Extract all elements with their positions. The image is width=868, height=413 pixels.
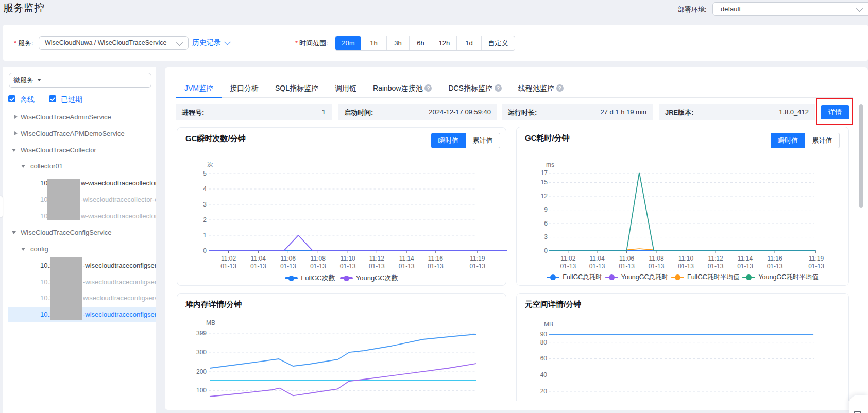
svg-text:6: 6 [544,220,548,227]
svg-text:01-13: 01-13 [220,263,236,270]
svg-text:11:02: 11:02 [221,255,236,262]
svg-text:4: 4 [203,185,207,193]
svg-text:01-13: 01-13 [737,263,753,270]
svg-text:11:16: 11:16 [767,255,782,262]
svg-text:90: 90 [540,331,548,338]
svg-text:11:12: 11:12 [369,255,384,262]
svg-text:300: 300 [196,349,207,356]
svg-text:5: 5 [203,170,207,177]
svg-text:100: 100 [196,387,207,394]
svg-text:11:10: 11:10 [341,255,355,262]
svg-text:11:16: 11:16 [428,255,443,262]
svg-text:MB: MB [544,321,553,328]
svg-text:ms: ms [546,161,554,168]
svg-text:11:06: 11:06 [619,255,634,262]
svg-text:11:02: 11:02 [560,255,575,262]
svg-text:11:10: 11:10 [678,255,693,262]
svg-text:01-13: 01-13 [399,263,415,270]
svg-text:11:06: 11:06 [281,255,296,262]
svg-text:2: 2 [203,216,207,223]
svg-text:01-13: 01-13 [280,263,296,270]
svg-text:01-13: 01-13 [708,263,724,270]
svg-text:40: 40 [540,371,548,378]
svg-text:01-13: 01-13 [369,263,385,270]
svg-text:11:04: 11:04 [589,255,604,262]
svg-text:01-13: 01-13 [428,263,444,270]
svg-text:9: 9 [544,206,548,213]
svg-text:MB: MB [206,319,215,326]
svg-text:11:14: 11:14 [399,255,414,262]
svg-text:60: 60 [540,355,548,362]
svg-text:01-13: 01-13 [678,263,694,270]
svg-text:01-13: 01-13 [619,263,635,270]
svg-text:11:19: 11:19 [470,255,485,262]
svg-text:01-13: 01-13 [808,263,824,270]
svg-text:399: 399 [196,330,207,337]
svg-text:01-13: 01-13 [310,263,326,270]
svg-text:11:14: 11:14 [738,255,753,262]
svg-text:01-13: 01-13 [560,263,576,270]
svg-text:01-13: 01-13 [250,263,266,270]
svg-text:01-13: 01-13 [767,263,783,270]
svg-text:0: 0 [544,247,548,254]
svg-text:11:12: 11:12 [708,255,723,262]
svg-text:11:19: 11:19 [809,255,824,262]
svg-text:12: 12 [541,193,548,200]
svg-text:01-13: 01-13 [589,263,605,270]
svg-text:3: 3 [544,233,548,240]
svg-text:1: 1 [203,232,207,239]
svg-text:3: 3 [203,201,207,208]
svg-text:200: 200 [196,368,207,375]
svg-text:17: 17 [541,169,548,177]
svg-text:20: 20 [540,388,548,395]
svg-text:80: 80 [540,339,548,346]
svg-text:15: 15 [541,179,548,186]
svg-text:11:08: 11:08 [649,255,663,262]
svg-text:01-13: 01-13 [469,263,485,270]
svg-text:01-13: 01-13 [340,263,356,270]
svg-text:0: 0 [203,247,207,254]
svg-text:11:04: 11:04 [251,255,266,262]
svg-text:11:08: 11:08 [311,255,326,262]
svg-text:01-13: 01-13 [649,263,665,270]
svg-text:次: 次 [207,161,213,168]
